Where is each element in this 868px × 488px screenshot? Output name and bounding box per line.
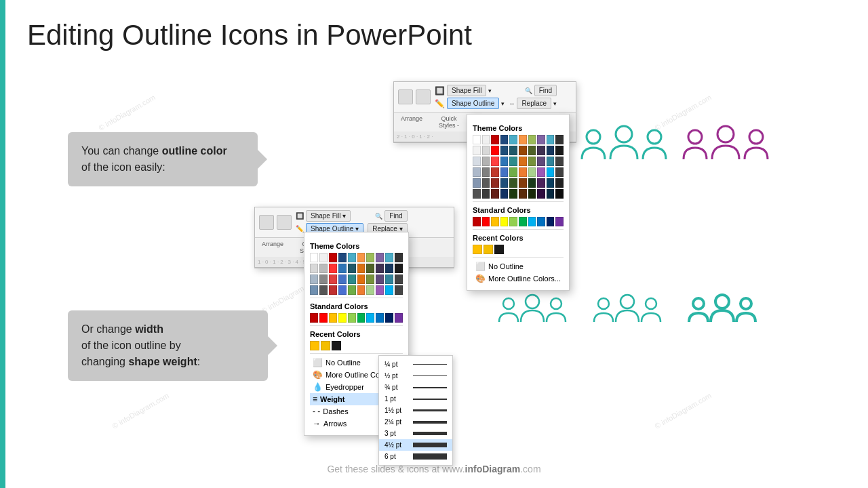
find-btn-2[interactable]: Find [384, 210, 407, 222]
swatch[interactable] [482, 157, 490, 166]
swatch[interactable] [385, 285, 393, 295]
swatch[interactable] [357, 253, 366, 262]
swatch[interactable] [519, 135, 527, 144]
swatch[interactable] [519, 178, 527, 188]
swatch[interactable] [519, 217, 527, 226]
swatch[interactable] [385, 274, 393, 284]
swatch[interactable] [482, 178, 490, 188]
weight-item-5[interactable]: 2¼ pt [379, 416, 452, 428]
swatch[interactable] [385, 313, 393, 323]
swatch[interactable] [555, 146, 564, 155]
weight-item-6[interactable]: 3 pt [379, 428, 452, 439]
swatch[interactable] [555, 178, 564, 188]
swatch[interactable] [376, 285, 384, 295]
swatch[interactable] [395, 313, 403, 323]
swatch[interactable] [376, 253, 384, 262]
swatch[interactable] [528, 217, 536, 226]
swatch[interactable] [395, 253, 403, 262]
swatch[interactable] [547, 135, 555, 144]
swatch[interactable] [366, 264, 374, 273]
swatch[interactable] [528, 146, 536, 155]
swatch[interactable] [500, 135, 509, 144]
swatch[interactable] [537, 178, 545, 188]
swatch[interactable] [491, 146, 499, 155]
swatch[interactable] [310, 285, 318, 295]
swatch[interactable] [519, 157, 527, 166]
swatch[interactable] [338, 264, 347, 273]
swatch[interactable] [555, 157, 564, 166]
swatch[interactable] [348, 253, 356, 262]
swatch[interactable] [329, 264, 337, 273]
swatch[interactable] [528, 135, 536, 144]
swatch[interactable] [509, 189, 517, 199]
more-colors-option-1[interactable]: 🎨 More Outline Colors... [473, 272, 564, 285]
swatch[interactable] [555, 189, 564, 199]
swatch[interactable] [491, 135, 499, 144]
swatch[interactable] [348, 285, 356, 295]
swatch[interactable] [319, 253, 328, 262]
weight-item-7[interactable]: 4½ pt [379, 439, 452, 451]
swatch[interactable] [338, 313, 347, 323]
swatch[interactable] [537, 167, 545, 177]
swatch[interactable] [519, 167, 527, 177]
no-outline-option-1[interactable]: ⬜ No Outline [473, 260, 564, 272]
swatch[interactable] [500, 178, 509, 188]
swatch[interactable] [482, 167, 490, 177]
weight-item-1[interactable]: ½ pt [379, 370, 452, 382]
swatch[interactable] [385, 253, 393, 262]
swatch[interactable] [537, 135, 545, 144]
swatch[interactable] [357, 264, 366, 273]
swatch[interactable] [376, 264, 384, 273]
swatch[interactable] [310, 253, 318, 262]
swatch[interactable] [473, 167, 481, 177]
swatch[interactable] [348, 264, 356, 273]
swatch[interactable] [366, 313, 374, 323]
shape-outline-btn[interactable]: Shape Outline [447, 98, 499, 109]
swatch[interactable] [528, 189, 536, 199]
swatch[interactable] [338, 253, 347, 262]
swatch[interactable] [357, 274, 366, 284]
swatch[interactable] [537, 146, 545, 155]
find-btn[interactable]: Find [534, 85, 557, 96]
swatch[interactable] [329, 285, 337, 295]
weight-item-8[interactable]: 6 pt [379, 451, 452, 462]
swatch[interactable] [319, 264, 328, 273]
swatch[interactable] [509, 178, 517, 188]
swatch[interactable] [491, 189, 499, 199]
swatch[interactable] [491, 157, 499, 166]
swatch[interactable] [519, 189, 527, 199]
swatch[interactable] [473, 217, 481, 226]
swatch[interactable] [319, 285, 328, 295]
swatch[interactable] [473, 135, 481, 144]
swatch[interactable] [385, 264, 393, 273]
swatch[interactable] [348, 274, 356, 284]
swatch[interactable] [547, 189, 555, 199]
swatch[interactable] [319, 313, 328, 323]
swatch[interactable] [395, 264, 403, 273]
swatch[interactable] [509, 146, 517, 155]
swatch[interactable] [500, 189, 509, 199]
swatch[interactable] [500, 157, 509, 166]
swatch[interactable] [500, 146, 509, 155]
swatch[interactable] [528, 178, 536, 188]
swatch[interactable] [482, 135, 490, 144]
swatch[interactable] [509, 157, 517, 166]
swatch[interactable] [395, 285, 403, 295]
swatch[interactable] [528, 167, 536, 177]
swatch[interactable] [509, 167, 517, 177]
swatch[interactable] [494, 245, 504, 254]
swatch[interactable] [509, 135, 517, 144]
swatch[interactable] [528, 157, 536, 166]
weight-item-4[interactable]: 1½ pt [379, 405, 452, 416]
swatch[interactable] [555, 217, 564, 226]
swatch[interactable] [366, 274, 374, 284]
swatch[interactable] [547, 167, 555, 177]
swatch[interactable] [310, 341, 319, 350]
shape-fill-btn[interactable]: Shape Fill [447, 85, 486, 96]
swatch[interactable] [348, 313, 356, 323]
swatch[interactable] [310, 313, 318, 323]
swatch[interactable] [537, 157, 545, 166]
swatch[interactable] [376, 313, 384, 323]
swatch[interactable] [547, 146, 555, 155]
swatch[interactable] [319, 274, 328, 284]
